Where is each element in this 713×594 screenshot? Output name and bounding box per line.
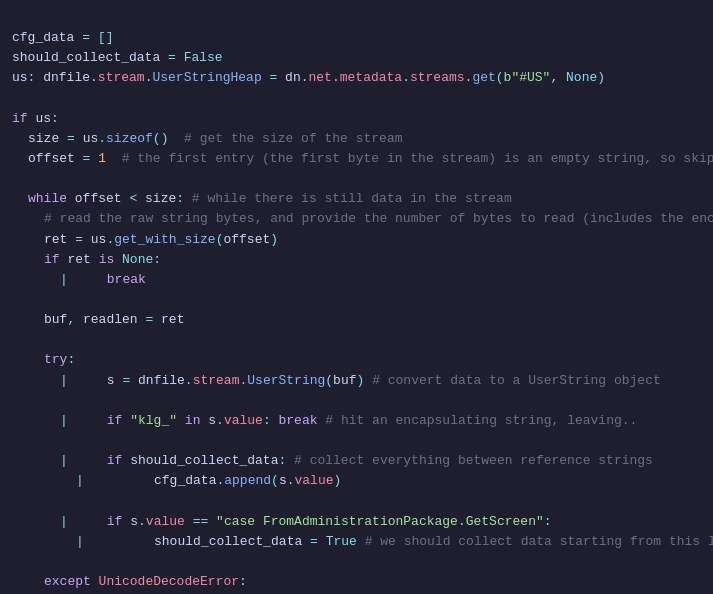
code-line: except UnicodeDecodeError: xyxy=(0,572,713,592)
code-line xyxy=(0,330,713,350)
code-line: buf, readlen = ret xyxy=(0,310,713,330)
code-line: if us: xyxy=(0,109,713,129)
code-line: | if "klg_" in s.value: break # hit an e… xyxy=(0,411,713,431)
code-line xyxy=(0,552,713,572)
code-line: # read the raw string bytes, and provide… xyxy=(0,209,713,229)
code-line: us: dnfile.stream.UserStringHeap = dn.ne… xyxy=(0,68,713,88)
code-editor: cfg_data = []should_collect_data = False… xyxy=(0,0,713,594)
code-line: | s = dnfile.stream.UserString(buf) # co… xyxy=(0,371,713,391)
code-line: while offset < size: # while there is st… xyxy=(0,189,713,209)
code-line xyxy=(0,391,713,411)
code-line: offset = 1 # the first entry (the first … xyxy=(0,149,713,169)
code-line: ret = us.get_with_size(offset) xyxy=(0,230,713,250)
code-line: cfg_data = [] xyxy=(0,28,713,48)
code-line: | cfg_data.append(s.value) xyxy=(0,471,713,491)
code-line: try: xyxy=(0,350,713,370)
code-line xyxy=(0,431,713,451)
code-line xyxy=(0,169,713,189)
code-line: if ret is None: xyxy=(0,250,713,270)
code-line: size = us.sizeof() # get the size of the… xyxy=(0,129,713,149)
code-line xyxy=(0,290,713,310)
code-line: | if s.value == "case FromAdministration… xyxy=(0,512,713,532)
code-line xyxy=(0,89,713,109)
code-line: should_collect_data = False xyxy=(0,48,713,68)
code-line: | if should_collect_data: # collect ever… xyxy=(0,451,713,471)
code-line xyxy=(0,491,713,511)
code-line: | break xyxy=(0,270,713,290)
code-line: | should_collect_data = True # we should… xyxy=(0,532,713,552)
